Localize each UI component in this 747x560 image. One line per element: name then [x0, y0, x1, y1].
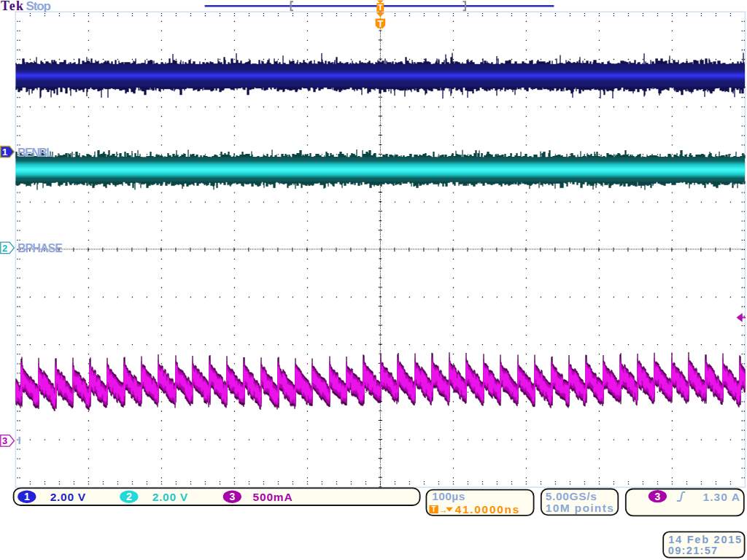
svg-text:2.00 V: 2.00 V [50, 491, 86, 503]
svg-text:100µs: 100µs [432, 490, 465, 502]
svg-text:I: I [18, 434, 21, 446]
svg-text:3: 3 [655, 491, 661, 502]
svg-text:2.00 V: 2.00 V [152, 491, 188, 503]
svg-text:T: T [432, 505, 436, 513]
svg-text:500mA: 500mA [253, 491, 293, 503]
svg-text:2: 2 [2, 243, 7, 254]
svg-text:Tek: Tek [1, 0, 23, 13]
svg-text:3: 3 [2, 435, 7, 446]
svg-text:1.30 A: 1.30 A [703, 491, 740, 503]
svg-text:BENBL: BENBL [18, 147, 53, 159]
svg-text:BPHASE: BPHASE [18, 242, 63, 254]
svg-text:T: T [378, 18, 384, 29]
svg-text:14 Feb 2015: 14 Feb 2015 [668, 534, 741, 545]
svg-text:09:21:57: 09:21:57 [668, 545, 717, 556]
svg-text:2: 2 [126, 491, 132, 502]
svg-text:5.00GS/s: 5.00GS/s [546, 490, 597, 502]
svg-text:Stop: Stop [26, 0, 52, 13]
svg-text:1: 1 [2, 147, 7, 158]
svg-text:→: → [439, 505, 448, 515]
svg-text:T: T [378, 3, 383, 12]
svg-text:1: 1 [24, 491, 30, 502]
svg-text:41.0000ns: 41.0000ns [455, 503, 519, 516]
svg-text:10M points: 10M points [546, 502, 614, 514]
svg-text:3: 3 [229, 491, 235, 502]
